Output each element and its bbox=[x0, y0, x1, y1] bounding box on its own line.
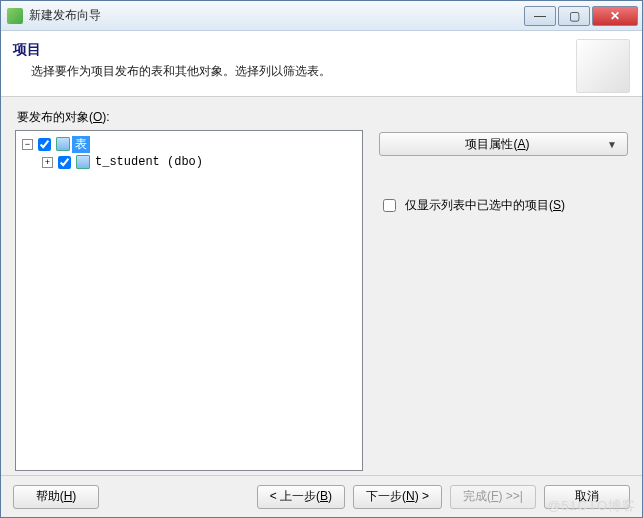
tables-checkbox[interactable] bbox=[38, 138, 51, 151]
window-controls: — ▢ ✕ bbox=[524, 6, 638, 26]
objects-tree[interactable]: − 表 + t_student (dbo) bbox=[15, 130, 363, 471]
dialog-window: 新建发布向导 — ▢ ✕ 项目 选择要作为项目发布的表和其他对象。选择列以筛选表… bbox=[0, 0, 643, 518]
page-subtitle: 选择要作为项目发布的表和其他对象。选择列以筛选表。 bbox=[31, 63, 576, 80]
cancel-button[interactable]: 取消 bbox=[544, 485, 630, 509]
only-selected-label: 仅显示列表中已选中的项目(S) bbox=[405, 197, 565, 214]
table-item-checkbox[interactable] bbox=[58, 156, 71, 169]
titlebar[interactable]: 新建发布向导 — ▢ ✕ bbox=[1, 1, 642, 31]
page-title: 项目 bbox=[13, 41, 576, 59]
side-panel: 项目属性(A) ▼ 仅显示列表中已选中的项目(S) bbox=[379, 130, 628, 471]
table-group-icon bbox=[56, 137, 70, 151]
collapse-icon[interactable]: − bbox=[22, 139, 33, 150]
finish-button: 完成(F) >>| bbox=[450, 485, 536, 509]
content-area: 要发布的对象(O): − 表 + t_student (dbo) bbox=[1, 97, 642, 475]
table-icon bbox=[76, 155, 90, 169]
help-button[interactable]: 帮助(H) bbox=[13, 485, 99, 509]
maximize-button[interactable]: ▢ bbox=[558, 6, 590, 26]
chevron-down-icon: ▼ bbox=[607, 139, 617, 150]
wizard-header: 项目 选择要作为项目发布的表和其他对象。选择列以筛选表。 bbox=[1, 31, 642, 97]
app-icon bbox=[7, 8, 23, 24]
tree-node-table-item[interactable]: + t_student (dbo) bbox=[20, 153, 358, 171]
tree-node-tables[interactable]: − 表 bbox=[20, 135, 358, 153]
minimize-button[interactable]: — bbox=[524, 6, 556, 26]
wizard-footer: 帮助(H) < 上一步(B) 下一步(N) > 完成(F) >>| 取消 bbox=[1, 475, 642, 517]
back-button[interactable]: < 上一步(B) bbox=[257, 485, 345, 509]
tree-node-label[interactable]: 表 bbox=[72, 136, 90, 153]
close-button[interactable]: ✕ bbox=[592, 6, 638, 26]
window-title: 新建发布向导 bbox=[29, 7, 524, 24]
item-properties-button[interactable]: 项目属性(A) ▼ bbox=[379, 132, 628, 156]
tree-node-label[interactable]: t_student (dbo) bbox=[92, 155, 206, 169]
wizard-banner-icon bbox=[576, 39, 630, 93]
objects-label: 要发布的对象(O): bbox=[17, 109, 628, 126]
only-selected-checkbox-row[interactable]: 仅显示列表中已选中的项目(S) bbox=[379, 196, 628, 215]
expand-icon[interactable]: + bbox=[42, 157, 53, 168]
next-button[interactable]: 下一步(N) > bbox=[353, 485, 442, 509]
only-selected-checkbox[interactable] bbox=[383, 199, 396, 212]
